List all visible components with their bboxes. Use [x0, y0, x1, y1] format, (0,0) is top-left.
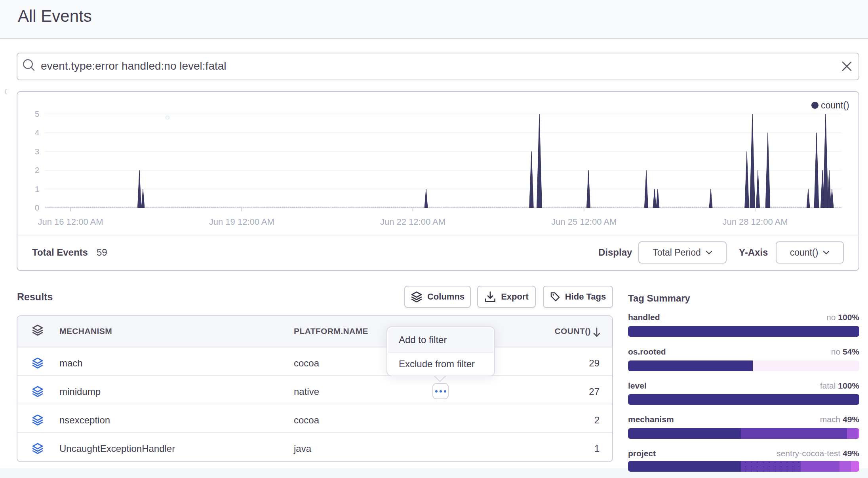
svg-text:Jun 16 12:00 AM: Jun 16 12:00 AM — [38, 217, 103, 227]
svg-text:2: 2 — [35, 166, 39, 175]
svg-text:1: 1 — [35, 185, 39, 193]
svg-text:Jun 19 12:00 AM: Jun 19 12:00 AM — [209, 217, 274, 227]
svg-text:5: 5 — [35, 110, 39, 118]
svg-text:Jun 22 12:00 AM: Jun 22 12:00 AM — [380, 217, 445, 227]
svg-text:3: 3 — [35, 147, 39, 156]
svg-text:0: 0 — [35, 203, 39, 212]
svg-text:Jun 28 12:00 AM: Jun 28 12:00 AM — [722, 217, 788, 227]
svg-text:Jun 25 12:00 AM: Jun 25 12:00 AM — [551, 217, 617, 227]
svg-text:4: 4 — [35, 128, 39, 137]
